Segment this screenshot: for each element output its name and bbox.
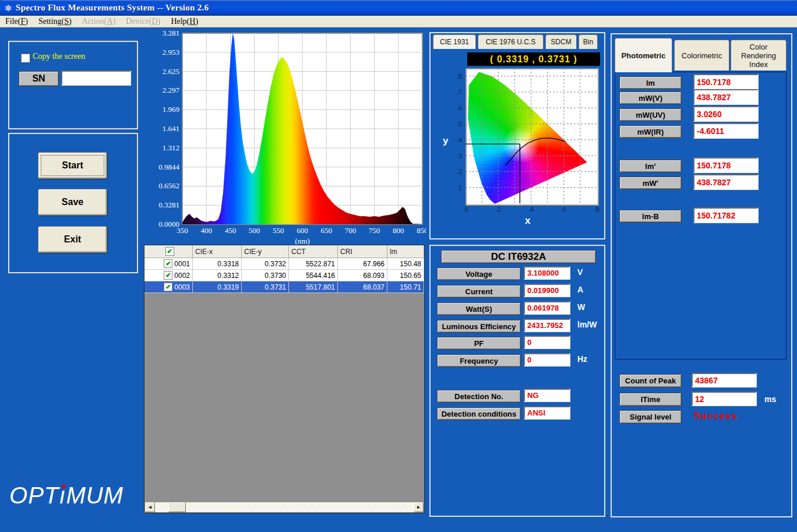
spectrum-chart: 3.2812.9532.6252.2971.9691.6411.3120.984… — [144, 29, 426, 246]
check-icon: ✔ — [165, 260, 171, 267]
header-checkbox[interactable]: ✔ — [165, 247, 174, 256]
table-cell: 0.3731 — [242, 281, 289, 293]
svg-text:700: 700 — [345, 226, 357, 235]
scroll-right-icon[interactable]: ► — [414, 502, 424, 512]
row-id: 0002 — [174, 272, 190, 280]
svg-text:.3: .3 — [457, 152, 462, 160]
optimum-logo: OPTıMUM — [9, 482, 124, 509]
table-cell: 0.3319 — [193, 281, 242, 293]
row-id: 0001 — [174, 260, 190, 268]
table-header-cell: lm — [387, 245, 424, 258]
svg-text:.2: .2 — [457, 167, 462, 175]
table-hscrollbar[interactable]: ◄ ► — [145, 502, 424, 512]
actions-panel: Start Save Exit — [8, 133, 138, 273]
signal-level-value: Success — [693, 410, 738, 422]
check-icon: ✔ — [165, 284, 171, 290]
svg-text:550: 550 — [273, 226, 284, 235]
svg-text:1.312: 1.312 — [163, 143, 179, 152]
svg-text:450: 450 — [225, 226, 237, 235]
table-cell: 5517.801 — [289, 281, 338, 293]
table-row[interactable]: ✔00010.33180.37325522.87167.966150.48 — [144, 258, 424, 270]
field-value-lm-b: 150.71782 — [693, 207, 759, 223]
field-label-mw-uv-: mW(UV) — [619, 108, 682, 121]
svg-text:0.6562: 0.6562 — [158, 181, 179, 190]
row-checkbox[interactable]: ✔ — [164, 259, 172, 268]
dc-label-current: Current — [437, 285, 521, 298]
menu-item-file-f-[interactable]: File(F) — [0, 17, 33, 26]
bottom-label-count-of-peak: Count of Peak — [619, 374, 682, 387]
svg-text:500: 500 — [249, 226, 260, 235]
field-value-mw-v-: 438.7827 — [693, 89, 759, 105]
field-label-mw-: mW' — [619, 177, 682, 189]
save-button[interactable]: Save — [38, 189, 107, 216]
row-checkbox[interactable]: ✔ — [164, 283, 172, 291]
dc-value-frequency: 0 — [524, 353, 570, 367]
dc-unit: V — [577, 267, 583, 277]
dc-label-luminous-efficiency: Luminous Efficiency — [437, 320, 521, 333]
bottom-label-itime: ITime — [619, 393, 682, 406]
tab-color-rendering-index[interactable]: Color Rendering Index — [731, 40, 787, 71]
tab-cie-1976-u-c-s[interactable]: CIE 1976 U.C.S — [478, 34, 544, 49]
dc-value-voltage: 3.108000 — [524, 266, 570, 280]
dc-value-current: 0.019900 — [524, 284, 570, 297]
scroll-left-icon[interactable]: ◄ — [145, 502, 155, 512]
svg-text:.5: .5 — [457, 120, 462, 128]
svg-text:3.281: 3.281 — [163, 29, 179, 37]
svg-text:.6: .6 — [561, 205, 566, 213]
exit-button[interactable]: Exit — [38, 226, 107, 253]
sn-panel: Copy the screen SN — [8, 41, 138, 129]
svg-text:0.9844: 0.9844 — [158, 163, 179, 171]
start-button[interactable]: Start — [38, 152, 107, 179]
tab-colorimetric[interactable]: Colorimetric — [674, 40, 729, 71]
table-header-row: ✔CIE-xCIE-yCCTCRIlm — [144, 245, 424, 258]
dc-unit: W — [577, 302, 585, 312]
menu-item-help-h-[interactable]: Help(H) — [165, 17, 203, 26]
table-cell: 5544.416 — [289, 270, 338, 281]
sn-input[interactable] — [61, 71, 131, 86]
bottom-value-itime: 12 — [692, 392, 757, 406]
svg-text:2.953: 2.953 — [163, 48, 179, 57]
row-checkbox[interactable]: ✔ — [164, 271, 172, 280]
svg-text:.1: .1 — [457, 184, 462, 192]
app-icon: ✽ — [3, 3, 13, 13]
table-row[interactable]: ✔00030.33190.37315517.80168.037150.71 — [144, 281, 424, 293]
svg-text:1.641: 1.641 — [163, 124, 179, 133]
table-cell: 68.093 — [338, 270, 387, 281]
copy-screen-label: Copy the screen — [33, 52, 85, 61]
row-id-cell: ✔0001 — [144, 258, 193, 270]
row-id-cell: ✔0003 — [144, 281, 193, 293]
menu-bar: File(F)Setting(S)Action(A)Device(D)Help(… — [0, 16, 797, 27]
field-label-lm-b: lm-B — [619, 210, 682, 223]
svg-text:0.3281: 0.3281 — [158, 200, 179, 209]
dc-unit: Hz — [577, 354, 587, 364]
tab-bin[interactable]: Bin — [579, 34, 598, 49]
scroll-thumb[interactable] — [168, 502, 186, 512]
results-table: ◄ ► ✔CIE-xCIE-yCCTCRIlm✔00010.33180.3732… — [144, 245, 425, 513]
copy-screen-checkbox[interactable] — [21, 54, 30, 62]
table-cell: 0.3318 — [193, 258, 242, 270]
tab-cie-1931[interactable]: CIE 1931 — [433, 34, 476, 49]
svg-text:.7: .7 — [457, 88, 462, 96]
measurement-panel: PhotometricColorimetricColor Rendering I… — [611, 33, 792, 517]
dc-value-pf: 0 — [524, 336, 570, 349]
menu-item-setting-s-[interactable]: Setting(S) — [33, 17, 77, 26]
table-row[interactable]: ✔00020.33120.37305544.41668.093150.65 — [144, 270, 424, 281]
dc-label-watt-s-: Watt(S) — [437, 302, 521, 315]
dc-label-detection-conditions: Detection conditions — [437, 407, 521, 420]
tab-sdcm[interactable]: SDCM — [545, 34, 577, 49]
table-cell: 0.3730 — [242, 270, 289, 281]
field-value-lm: 150.7178 — [693, 74, 759, 90]
table-cell: 5522.871 — [289, 258, 338, 270]
field-value-mw-uv-: 3.0260 — [693, 106, 759, 122]
svg-text:750: 750 — [369, 226, 380, 235]
svg-text:2.625: 2.625 — [163, 67, 179, 76]
logo-i-red-dot: ı — [59, 482, 66, 508]
svg-text:.8: .8 — [457, 72, 462, 80]
tab-photometric[interactable]: Photometric — [615, 38, 672, 72]
svg-text:2.297: 2.297 — [163, 86, 180, 94]
window-title: Spectro Flux Measurements System -- Vers… — [16, 3, 209, 13]
dc-label-frequency: Frequency — [437, 354, 521, 367]
row-id-cell: ✔0002 — [144, 270, 193, 281]
check-icon: ✔ — [167, 248, 172, 255]
svg-text:.0: .0 — [463, 205, 468, 213]
